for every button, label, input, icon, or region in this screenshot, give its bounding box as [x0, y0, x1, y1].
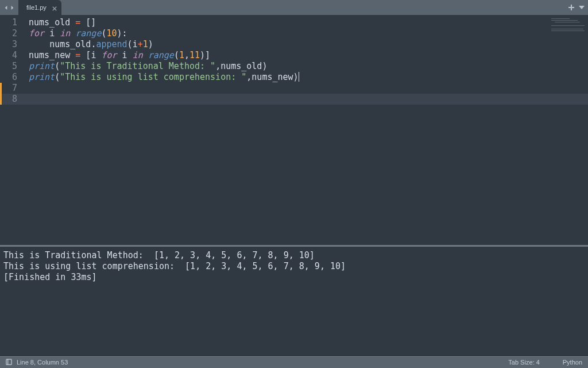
line-number: 2 — [0, 28, 23, 39]
tab-file1[interactable]: file1.py — [18, 0, 61, 15]
status-bar: Line 8, Column 53 Tab Size: 4 Python — [0, 356, 588, 368]
code-line[interactable]: nums_old.append(i+1) — [23, 39, 588, 50]
code-line[interactable]: nums_old = [] — [23, 17, 588, 28]
nav-forward-icon[interactable] — [10, 5, 15, 10]
line-number: 8 — [0, 94, 23, 105]
cursor-position[interactable]: Line 8, Column 53 — [17, 359, 68, 366]
language-label[interactable]: Python — [563, 359, 582, 366]
code-area[interactable]: nums_old = []for i in range(10): nums_ol… — [23, 15, 588, 245]
svg-rect-4 — [6, 359, 11, 364]
close-icon[interactable] — [52, 5, 57, 10]
tab-size-label[interactable]: Tab Size: 4 — [508, 359, 539, 366]
line-number: 1 — [0, 17, 23, 28]
tabs-menu-icon[interactable] — [579, 3, 585, 12]
line-number: 6 — [0, 72, 23, 83]
line-number: 7 — [0, 83, 23, 94]
code-line[interactable]: for i in range(10): — [23, 28, 588, 39]
editor[interactable]: 12345678 nums_old = []for i in range(10)… — [0, 15, 588, 245]
tab-bar-controls — [568, 0, 585, 15]
nav-back-icon[interactable] — [3, 5, 9, 10]
line-number: 5 — [0, 61, 23, 72]
gutter: 12345678 — [0, 15, 23, 245]
tab-history-nav — [0, 0, 18, 15]
output-console: This is Traditional Method: [1, 2, 3, 4,… — [0, 247, 588, 356]
line-number: 4 — [0, 50, 23, 61]
tab-filename: file1.py — [26, 4, 47, 11]
text-cursor — [299, 72, 300, 82]
code-line[interactable]: print("This is using list comprehension:… — [23, 72, 588, 83]
tab-bar: file1.py — [0, 0, 588, 15]
code-line[interactable]: nums_new = [i for i in range(1,11)] — [23, 50, 588, 61]
svg-rect-3 — [568, 7, 574, 8]
code-line[interactable]: print("This is Traditional Method: ",num… — [23, 61, 588, 72]
panel-toggle-icon[interactable] — [6, 359, 12, 366]
new-tab-icon[interactable] — [568, 3, 574, 12]
line-number: 3 — [0, 39, 23, 50]
